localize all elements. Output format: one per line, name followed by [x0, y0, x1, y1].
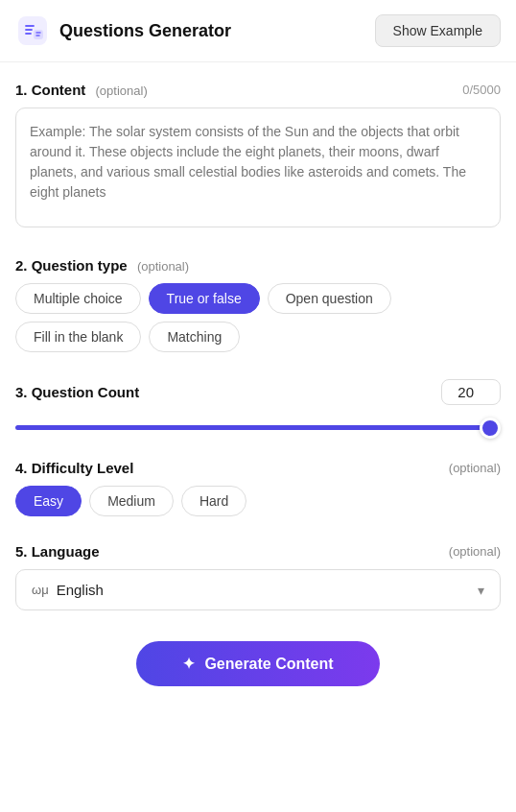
- main-content: 1. Content (optional) 0/5000 2. Question…: [0, 62, 516, 725]
- generate-button-label: Generate Content: [204, 656, 333, 673]
- header-left: Questions Generator: [15, 13, 231, 48]
- count-row: 3. Question Count: [15, 379, 501, 405]
- content-section: 1. Content (optional) 0/5000: [15, 82, 501, 230]
- chip-easy[interactable]: Easy: [15, 486, 82, 516]
- question-type-label: 2. Question type (optional): [15, 257, 189, 274]
- content-optional: (optional): [96, 84, 148, 98]
- chip-fill-in-blank[interactable]: Fill in the blank: [15, 322, 141, 352]
- chip-open-question[interactable]: Open question: [268, 283, 391, 314]
- language-select[interactable]: ωμ English ▾: [15, 569, 501, 610]
- chip-true-or-false[interactable]: True or false: [149, 283, 260, 314]
- page-title: Questions Generator: [59, 21, 231, 41]
- language-flag: ωμ: [32, 583, 49, 597]
- difficulty-chips: Easy Medium Hard: [15, 486, 501, 516]
- question-type-section: 2. Question type (optional) Multiple cho…: [15, 257, 501, 352]
- difficulty-section: 4. Difficulty Level (optional) Easy Medi…: [15, 460, 501, 516]
- question-count-input[interactable]: [454, 384, 488, 400]
- question-count-section: 3. Question Count: [15, 379, 501, 433]
- content-textarea[interactable]: [15, 107, 501, 227]
- difficulty-optional: (optional): [449, 461, 501, 475]
- chip-matching[interactable]: Matching: [149, 322, 240, 352]
- language-value: English: [57, 582, 104, 598]
- question-type-chips: Multiple choice True or false Open quest…: [15, 283, 501, 352]
- generate-btn-wrap: ✦ Generate Content: [15, 641, 501, 705]
- language-select-inner: ωμ English: [32, 582, 104, 598]
- question-count-label: 3. Question Count: [15, 384, 139, 400]
- content-label: 1. Content (optional): [15, 82, 148, 98]
- svg-rect-0: [18, 16, 47, 45]
- slider-wrap: [15, 417, 501, 433]
- show-example-button[interactable]: Show Example: [375, 14, 501, 47]
- content-section-header: 1. Content (optional) 0/5000: [15, 82, 501, 98]
- count-input-wrap: [441, 379, 501, 405]
- chevron-down-icon: ▾: [478, 583, 484, 598]
- question-type-optional: (optional): [137, 259, 189, 274]
- language-header: 5. Language (optional): [15, 543, 501, 560]
- language-section: 5. Language (optional) ωμ English ▾: [15, 543, 501, 610]
- chip-multiple-choice[interactable]: Multiple choice: [15, 283, 141, 314]
- svg-rect-1: [34, 30, 43, 39]
- chip-medium[interactable]: Medium: [89, 486, 174, 516]
- sparkle-icon: ✦: [182, 655, 195, 673]
- difficulty-header: 4. Difficulty Level (optional): [15, 460, 501, 476]
- question-type-header: 2. Question type (optional): [15, 257, 501, 274]
- header: Questions Generator Show Example: [0, 0, 516, 62]
- chip-hard[interactable]: Hard: [181, 486, 246, 516]
- generate-button[interactable]: ✦ Generate Content: [136, 641, 379, 686]
- content-char-count: 0/5000: [462, 83, 501, 97]
- language-optional: (optional): [449, 544, 501, 559]
- questions-icon: [15, 13, 50, 48]
- question-count-slider[interactable]: [15, 425, 501, 430]
